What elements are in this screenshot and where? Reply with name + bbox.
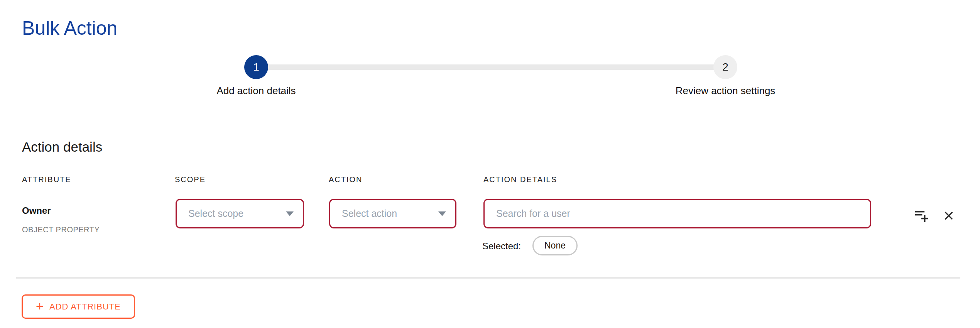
step-connector-bar xyxy=(256,64,725,70)
chevron-down-icon xyxy=(438,211,446,216)
row-divider xyxy=(16,277,960,279)
column-header-action: ACTION xyxy=(329,175,363,184)
action-select-placeholder: Select action xyxy=(342,208,397,219)
step-1-number: 1 xyxy=(253,61,259,73)
playlist-add-button[interactable] xyxy=(912,206,930,224)
column-header-attribute: ATTRIBUTE xyxy=(22,175,71,184)
remove-row-button[interactable] xyxy=(941,208,956,223)
column-header-action-details: ACTION DETAILS xyxy=(483,175,557,184)
selected-value-text: None xyxy=(544,240,566,251)
section-heading: Action details xyxy=(22,139,102,155)
playlist-add-icon xyxy=(913,208,929,223)
selected-value-chip: None xyxy=(532,236,578,255)
step-2-number: 2 xyxy=(722,61,728,73)
add-attribute-label: ADD ATTRIBUTE xyxy=(49,302,121,312)
selected-label: Selected: xyxy=(482,241,521,252)
add-attribute-button[interactable]: + ADD ATTRIBUTE xyxy=(22,294,135,319)
close-icon xyxy=(943,210,955,222)
plus-icon: + xyxy=(36,299,44,313)
step-1-label: Add action details xyxy=(216,85,296,97)
action-select[interactable]: Select action xyxy=(329,199,456,228)
column-header-scope: SCOPE xyxy=(175,175,206,184)
step-1-indicator[interactable]: 1 xyxy=(244,55,268,79)
step-2-label: Review action settings xyxy=(676,85,776,97)
page-title: Bulk Action xyxy=(22,17,117,39)
step-2-indicator[interactable]: 2 xyxy=(713,55,737,79)
scope-select-placeholder: Select scope xyxy=(188,208,243,219)
user-search-input[interactable] xyxy=(483,199,871,228)
scope-select[interactable]: Select scope xyxy=(176,199,304,228)
attribute-name: Owner xyxy=(22,205,51,216)
chevron-down-icon xyxy=(286,211,294,216)
attribute-type: OBJECT PROPERTY xyxy=(22,225,100,234)
